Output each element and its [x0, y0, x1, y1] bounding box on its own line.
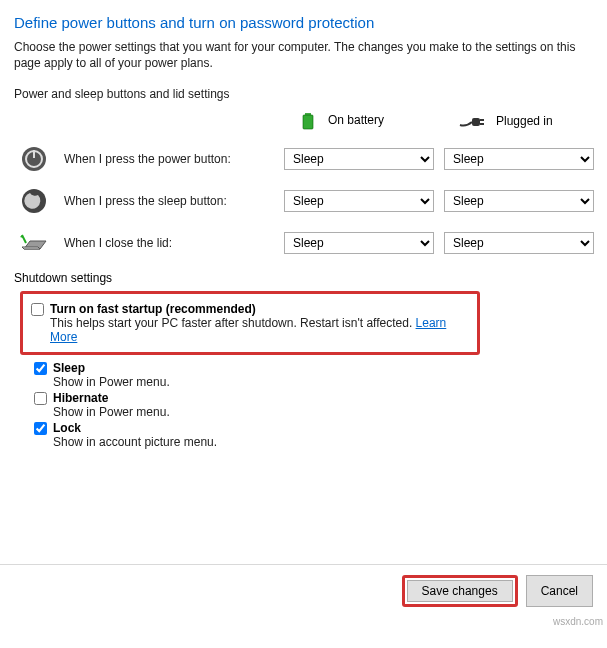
hibernate-checkbox[interactable] — [34, 392, 47, 405]
sleep-title: Sleep — [53, 361, 85, 375]
svg-rect-1 — [303, 115, 313, 129]
lid-icon — [14, 229, 54, 257]
shutdown-section-label: Shutdown settings — [14, 271, 593, 285]
power-button-icon — [14, 145, 54, 173]
hibernate-sub: Show in Power menu. — [53, 405, 593, 419]
watermark: wsxdn.com — [553, 616, 603, 617]
fast-startup-checkbox[interactable] — [31, 303, 44, 316]
lock-sub: Show in account picture menu. — [53, 435, 593, 449]
power-battery-select[interactable]: Sleep — [284, 148, 434, 170]
page-title: Define power buttons and turn on passwor… — [14, 14, 593, 31]
sleep-checkbox[interactable] — [34, 362, 47, 375]
sleep-plugged-select[interactable]: Sleep — [444, 190, 594, 212]
hibernate-title: Hibernate — [53, 391, 108, 405]
fast-startup-highlight: Turn on fast startup (recommended) This … — [20, 291, 480, 355]
svg-rect-2 — [472, 118, 480, 126]
svg-rect-0 — [305, 113, 311, 115]
footer: Save changes Cancel — [0, 564, 607, 617]
buttons-section-label: Power and sleep buttons and lid settings — [14, 87, 593, 101]
sleep-battery-select[interactable]: Sleep — [284, 190, 434, 212]
fast-startup-sub: This helps start your PC faster after sh… — [50, 316, 416, 330]
svg-rect-7 — [33, 150, 35, 158]
sleep-button-label: When I press the sleep button: — [64, 194, 274, 208]
lock-title: Lock — [53, 421, 81, 435]
save-button[interactable]: Save changes — [407, 580, 513, 602]
fast-startup-title: Turn on fast startup (recommended) — [50, 302, 256, 316]
svg-rect-3 — [480, 119, 484, 121]
cancel-button[interactable]: Cancel — [526, 575, 593, 607]
battery-icon — [298, 111, 318, 131]
column-header-plugged: Plugged in — [444, 114, 594, 129]
lid-label: When I close the lid: — [64, 236, 274, 250]
plug-icon — [458, 115, 486, 129]
lid-plugged-select[interactable]: Sleep — [444, 232, 594, 254]
lid-battery-select[interactable]: Sleep — [284, 232, 434, 254]
sleep-sub: Show in Power menu. — [53, 375, 593, 389]
svg-rect-4 — [480, 123, 484, 125]
lock-checkbox[interactable] — [34, 422, 47, 435]
save-highlight: Save changes — [402, 575, 518, 607]
power-plugged-select[interactable]: Sleep — [444, 148, 594, 170]
column-header-battery: On battery — [284, 111, 434, 131]
power-button-label: When I press the power button: — [64, 152, 274, 166]
sleep-button-icon — [14, 187, 54, 215]
page-description: Choose the power settings that you want … — [14, 39, 593, 71]
